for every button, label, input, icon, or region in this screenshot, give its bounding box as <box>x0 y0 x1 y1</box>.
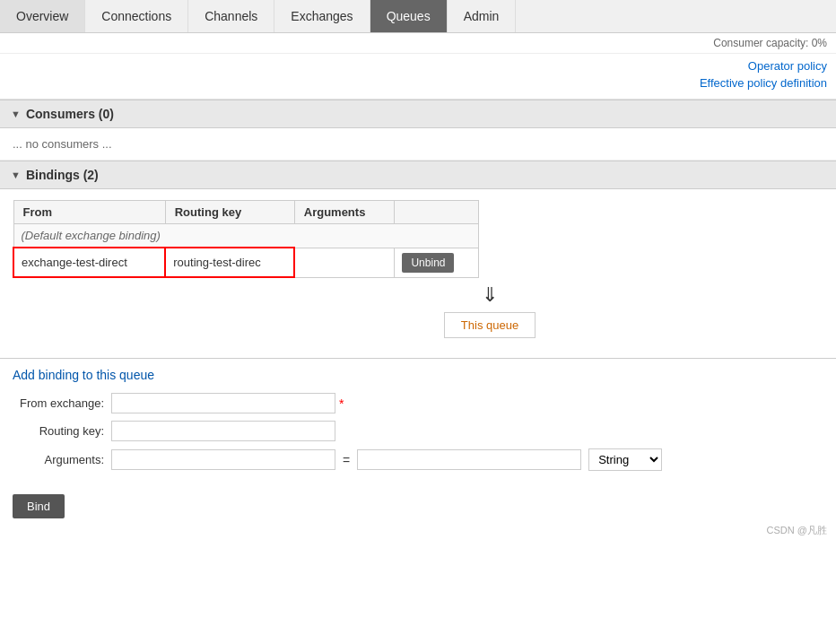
col-action <box>395 201 479 224</box>
from-exchange-label: From exchange: <box>13 396 111 410</box>
footer-watermark: CSDN @凡胜 <box>0 518 836 543</box>
nav-overview[interactable]: Overview <box>0 0 85 32</box>
add-binding-form: From exchange: * Routing key: Arguments:… <box>0 387 836 491</box>
consumer-capacity-label: Consumer capacity: 0% <box>713 37 827 49</box>
operator-policy-label: Operator policy <box>0 57 836 74</box>
arguments-key-input[interactable] <box>111 449 335 470</box>
routing-key-input[interactable] <box>111 421 335 441</box>
bind-button[interactable]: Bind <box>13 494 65 518</box>
consumers-section-header[interactable]: ▼ Consumers (0) <box>0 100 836 128</box>
effective-policy-label: Effective policy definition <box>0 74 836 91</box>
nav-channels[interactable]: Channels <box>188 0 274 32</box>
default-exchange-row: (Default exchange binding) <box>13 224 479 248</box>
unbind-button[interactable]: Unbind <box>402 253 454 273</box>
arguments-row: Arguments: = String Number Boolean <box>13 448 823 471</box>
binding-arguments-cell <box>294 248 395 277</box>
bindings-table-wrap: From Routing key Arguments (Default exch… <box>0 189 836 358</box>
arguments-value-input[interactable] <box>357 449 581 470</box>
routing-key-label: Routing key: <box>13 424 111 438</box>
bindings-table: From Routing key Arguments (Default exch… <box>13 200 479 278</box>
table-row: exchange-test-direct routing-test-direc … <box>13 248 479 277</box>
this-queue-box: This queue <box>444 312 536 338</box>
bindings-title: Bindings (2) <box>26 168 99 182</box>
nav-queues[interactable]: Queues <box>370 0 448 32</box>
binding-routing-key-cell: routing-test-direc <box>165 248 294 277</box>
add-binding-header: Add binding to this queue <box>0 358 836 387</box>
nav-connections[interactable]: Connections <box>85 0 188 32</box>
nav-exchanges[interactable]: Exchanges <box>274 0 370 32</box>
nav-admin[interactable]: Admin <box>448 0 517 32</box>
arguments-type-select[interactable]: String Number Boolean <box>588 448 662 471</box>
no-consumers-text: ... no consumers ... <box>0 128 836 161</box>
arrow-down-indicator: ⇓ <box>156 278 823 312</box>
top-navigation: Overview Connections Channels Exchanges … <box>0 0 836 33</box>
from-exchange-input[interactable] <box>111 393 335 413</box>
equals-sign: = <box>343 453 350 467</box>
routing-key-row: Routing key: <box>13 421 823 441</box>
from-exchange-row: From exchange: * <box>13 393 823 413</box>
binding-action-cell: Unbind <box>395 248 479 277</box>
binding-from-cell: exchange-test-direct <box>13 248 165 277</box>
bindings-arrow-icon: ▼ <box>11 170 21 180</box>
default-exchange-text: (Default exchange binding) <box>13 224 479 248</box>
required-star: * <box>339 396 344 411</box>
consumers-arrow-icon: ▼ <box>11 109 21 119</box>
col-from: From <box>13 201 165 224</box>
col-arguments: Arguments <box>294 201 395 224</box>
col-routing-key: Routing key <box>165 201 294 224</box>
header-partial: Consumer capacity: 0% <box>0 33 836 54</box>
this-queue-wrap: This queue <box>156 312 823 338</box>
arguments-label: Arguments: <box>13 453 111 466</box>
consumers-title: Consumers (0) <box>26 107 114 121</box>
bindings-section-header[interactable]: ▼ Bindings (2) <box>0 161 836 189</box>
policy-section: Operator policy Effective policy definit… <box>0 54 836 100</box>
